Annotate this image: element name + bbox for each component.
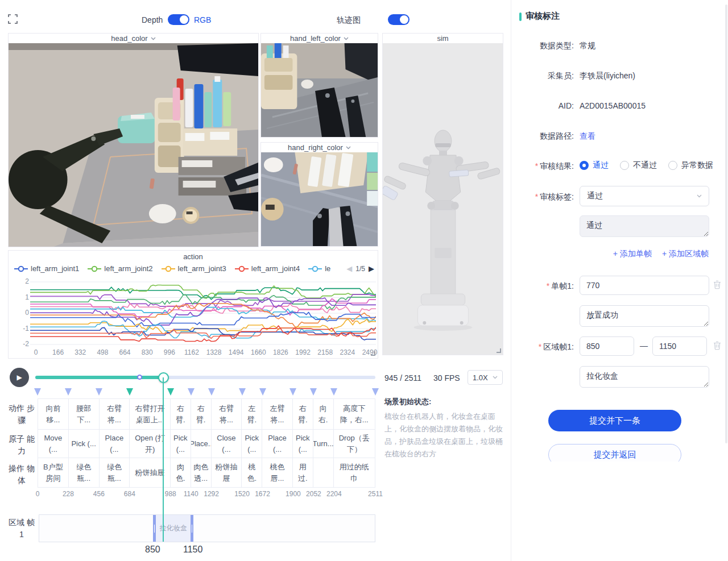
segment-cell[interactable]: 肉色透... bbox=[191, 458, 212, 487]
chevron-down-icon bbox=[697, 194, 702, 198]
segment-axis-label: 2511 bbox=[368, 490, 383, 498]
tag-select[interactable]: 通过 bbox=[580, 186, 709, 206]
add-single-frame-link[interactable]: + 添加单帧 bbox=[613, 249, 652, 259]
result-radio-1[interactable]: 通过 bbox=[580, 160, 609, 171]
single-frame-note-textarea[interactable] bbox=[580, 305, 709, 327]
segment-cell[interactable]: 右臂打开桌面上... bbox=[130, 399, 171, 429]
resize-handle-icon[interactable] bbox=[497, 348, 501, 353]
hand-left-camera-title[interactable]: hand_left_color bbox=[261, 34, 378, 43]
segment-cell[interactable]: Place.. bbox=[191, 430, 212, 458]
segment-cell[interactable]: 右臂将... bbox=[100, 399, 130, 429]
segment-cell[interactable]: 右臂. bbox=[191, 399, 212, 429]
region-segment[interactable]: 拉化妆盒 bbox=[153, 515, 193, 542]
head-camera-title[interactable]: head_color bbox=[9, 34, 258, 43]
segment-cell[interactable]: Move (... bbox=[38, 430, 69, 458]
legend-item[interactable]: left_arm_joint1 bbox=[14, 264, 79, 273]
trajectory-toggle[interactable] bbox=[388, 14, 410, 25]
segment-cell[interactable]: 向前移... bbox=[38, 399, 69, 429]
legend-item[interactable]: left_arm_joint4 bbox=[235, 264, 300, 273]
segment-cell[interactable]: 右臂. bbox=[293, 399, 313, 429]
add-region-frame-link[interactable]: + 添加区域帧 bbox=[662, 249, 709, 259]
submit-back-button[interactable]: 提交并返回 bbox=[548, 444, 681, 462]
region-bar[interactable]: 拉化妆盒 bbox=[39, 514, 375, 542]
scene-state-block: 场景初始状态: 梳妆台在机器人前，化妆盒在桌面上，化妆盒的侧边摆放着物品，化妆品… bbox=[384, 397, 508, 460]
segment-cell[interactable]: 绿色瓶... bbox=[100, 458, 130, 487]
legend-prev-icon[interactable]: ◀ bbox=[346, 264, 352, 273]
result-radio-2[interactable]: 不通过 bbox=[620, 160, 657, 171]
region-end-input[interactable] bbox=[652, 336, 707, 356]
segment-cell[interactable]: Place (... bbox=[262, 430, 293, 458]
segment-cell[interactable]: Pick (... bbox=[69, 430, 100, 458]
segment-cell[interactable]: 肉色. bbox=[171, 458, 191, 487]
segment-cell[interactable]: 左臂. bbox=[242, 399, 262, 429]
delete-single-frame-icon[interactable] bbox=[713, 280, 721, 289]
segment-cell[interactable]: Close (... bbox=[212, 430, 242, 458]
segment-cell[interactable]: 桃色. bbox=[242, 458, 262, 487]
segment-cell[interactable]: Pick (... bbox=[242, 430, 262, 458]
segment-cell[interactable]: 左臂将... bbox=[262, 399, 293, 429]
submit-next-button[interactable]: 提交并下一条 bbox=[548, 410, 681, 431]
frame-marker[interactable] bbox=[372, 388, 379, 396]
segment-axis-label: 2204 bbox=[326, 490, 342, 498]
single-frame-input[interactable] bbox=[580, 276, 709, 295]
segment-cell[interactable]: Pick (... bbox=[171, 430, 191, 458]
segment-cell[interactable]: Pick (... bbox=[293, 430, 313, 458]
frame-marker[interactable] bbox=[330, 388, 337, 396]
frame-marker[interactable] bbox=[239, 388, 246, 396]
frame-marker[interactable] bbox=[259, 388, 266, 396]
single-frame-dot[interactable] bbox=[137, 375, 142, 380]
segment-cell[interactable]: 用过的纸巾 bbox=[334, 458, 375, 487]
data-path-label: 数据路径: bbox=[514, 131, 574, 142]
segment-cell[interactable]: 粉饼抽屉 bbox=[130, 458, 171, 487]
frame-marker[interactable] bbox=[167, 388, 174, 396]
segment-cell[interactable]: Open (打开) bbox=[130, 430, 171, 458]
depth-rgb-toggle[interactable] bbox=[168, 14, 189, 25]
x-tick-label: 332 bbox=[75, 348, 86, 356]
timeline-cursor[interactable] bbox=[163, 377, 164, 542]
legend-item[interactable]: le bbox=[308, 264, 330, 273]
delete-region-frame-icon[interactable] bbox=[713, 341, 721, 350]
play-button[interactable]: ▶ bbox=[10, 368, 29, 387]
segment-cell[interactable]: 绿色瓶... bbox=[69, 458, 100, 487]
legend-next-icon[interactable]: ▶ bbox=[369, 264, 374, 273]
segment-cell[interactable]: 向右. bbox=[313, 399, 334, 429]
resize-handle-icon[interactable] bbox=[371, 351, 375, 356]
frame-marker[interactable] bbox=[34, 388, 41, 396]
frame-marker[interactable] bbox=[126, 388, 133, 396]
segment-cell[interactable]: Drop（丢下） bbox=[334, 430, 375, 458]
result-radio-group: 通过不通过异常数据 bbox=[580, 160, 713, 171]
speed-select[interactable]: 1.0X bbox=[468, 370, 503, 385]
segment-cell[interactable]: 桃色唇... bbox=[262, 458, 293, 487]
segment-cell[interactable]: Turn... bbox=[313, 430, 334, 458]
segment-cell[interactable]: 用过. bbox=[293, 458, 313, 487]
segment-cell[interactable]: B户型房间 bbox=[38, 458, 69, 487]
frame-marker[interactable] bbox=[208, 388, 215, 396]
segment-axis: 0228456684988114012921520167219002052220… bbox=[0, 490, 387, 499]
legend-item[interactable]: left_arm_joint3 bbox=[162, 264, 226, 273]
segment-cell[interactable]: 右臂. bbox=[171, 399, 191, 429]
frame-marker[interactable] bbox=[65, 388, 72, 396]
frame-marker[interactable] bbox=[310, 388, 317, 396]
segment-cell[interactable]: 高度下降，右... bbox=[334, 399, 375, 429]
legend-item[interactable]: left_arm_joint2 bbox=[88, 264, 152, 273]
hand-right-camera-title[interactable]: hand_right_color bbox=[261, 143, 378, 152]
fullscreen-icon[interactable] bbox=[8, 14, 18, 24]
frame-marker[interactable] bbox=[96, 388, 102, 396]
segment-cell[interactable]: 腰部下... bbox=[69, 399, 100, 429]
panel-scrollbar[interactable] bbox=[725, 5, 727, 443]
tag-note-textarea[interactable] bbox=[580, 215, 709, 237]
region-note-textarea[interactable] bbox=[580, 366, 709, 388]
x-tick-label: 0 bbox=[34, 348, 38, 356]
frame-marker[interactable] bbox=[289, 388, 296, 396]
region-start-input[interactable] bbox=[580, 336, 634, 356]
frame-marker[interactable] bbox=[188, 388, 195, 396]
data-path-link[interactable]: 查看 bbox=[580, 131, 595, 142]
segment-cell[interactable]: 粉饼抽屉 bbox=[212, 458, 242, 487]
result-radio-3[interactable]: 异常数据 bbox=[668, 160, 713, 171]
segment-cell[interactable]: Place (... bbox=[100, 430, 130, 458]
segment-cell[interactable]: 右臂将... bbox=[212, 399, 242, 429]
sim-frame bbox=[383, 43, 503, 355]
segment-cell[interactable] bbox=[313, 458, 334, 487]
x-tick-label: 1494 bbox=[229, 348, 244, 356]
x-tick-label: 498 bbox=[97, 348, 108, 356]
